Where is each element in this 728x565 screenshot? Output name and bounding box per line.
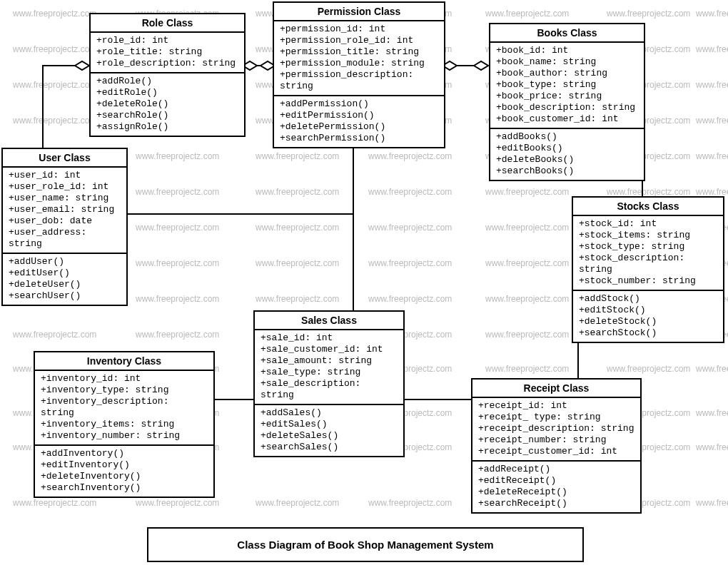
class-line: +permission_id: int (280, 24, 438, 35)
watermark-text: www.freeprojectz.com (136, 498, 219, 508)
class-line: +permission_role_id: int (280, 35, 438, 46)
watermark-text: www.freeprojectz.com (485, 9, 569, 19)
class-role: Role Class +role_id: int+role_title: str… (89, 13, 246, 137)
class-line: +inventory_description: string (41, 396, 208, 419)
class-line: +permission_module: string (280, 58, 438, 69)
watermark-text: www.freeprojectz.com (485, 364, 569, 374)
watermark-text: www.freeprojectz.com (696, 116, 728, 126)
watermark-text: www.freeprojectz.com (13, 330, 96, 340)
class-ops: +addRole()+editRole()+deleteRole()+searc… (91, 72, 244, 136)
watermark-text: www.freeprojectz.com (13, 498, 96, 508)
class-attrs: +stock_id: int+stock_items: string+stock… (573, 216, 723, 290)
class-line: +deleteUser() (9, 279, 121, 290)
watermark-text: www.freeprojectz.com (368, 294, 452, 304)
class-line: +searchReceipt() (478, 498, 635, 509)
class-line: +user_id: int (9, 170, 121, 181)
class-attrs: +inventory_id: int+inventory_type: strin… (35, 371, 213, 444)
class-line: +book_name: string (496, 56, 638, 68)
class-line: +permission_title: string (280, 46, 438, 58)
watermark-text: www.freeprojectz.com (368, 187, 452, 197)
class-ops: +addInventory()+editInventory()+deleteIn… (35, 444, 213, 497)
class-line: +role_description: string (96, 58, 238, 69)
class-line: +assignRole() (96, 121, 238, 133)
watermark-text: www.freeprojectz.com (256, 498, 339, 508)
class-ops: +addSales()+editSales()+deleteSales()+se… (255, 404, 403, 456)
class-line: +role_id: int (96, 35, 238, 46)
watermark-text: www.freeprojectz.com (696, 442, 728, 452)
class-line: +receipt_number: string (478, 434, 635, 446)
class-attrs: +role_id: int+role_title: string+role_de… (91, 33, 244, 72)
class-line: +addInventory() (41, 448, 208, 459)
class-sales: Sales Class +sale_id: int+sale_customer_… (253, 310, 405, 457)
watermark-text: www.freeprojectz.com (256, 187, 339, 197)
watermark-text: www.freeprojectz.com (485, 187, 569, 197)
watermark-text: www.freeprojectz.com (485, 223, 569, 233)
watermark-text: www.freeprojectz.com (696, 187, 728, 197)
class-line: +addBooks() (496, 131, 638, 143)
class-line: +editUser() (9, 268, 121, 279)
watermark-text: www.freeprojectz.com (136, 223, 219, 233)
class-line: +receipt_ type: string (478, 412, 635, 423)
class-line: +deleteStock() (579, 316, 717, 327)
class-line: +addSales() (261, 407, 398, 419)
watermark-text: www.freeprojectz.com (256, 258, 339, 268)
class-line: +addStock() (579, 293, 717, 305)
class-line: +editReceipt() (478, 475, 635, 487)
class-attrs: +sale_id: int+sale_customer_id: int+sale… (255, 330, 403, 404)
class-ops: +addReceipt()+editReceipt()+deleteReceip… (472, 460, 640, 512)
class-line: +searchStock() (579, 327, 717, 339)
class-line: +user_name: string (9, 193, 121, 204)
class-line: +stock_items: string (579, 230, 717, 241)
class-attrs: +permission_id: int+permission_role_id: … (274, 21, 444, 95)
class-attrs: +user_id: int+user_role_id: int+user_nam… (3, 168, 126, 253)
class-permission: Permission Class +permission_id: int+per… (273, 1, 445, 148)
class-line: +permission_description: string (280, 69, 438, 92)
class-line: +editPermission() (280, 110, 438, 121)
watermark-text: www.freeprojectz.com (607, 9, 690, 19)
class-books: Books Class +book_id: int+book_name: str… (489, 23, 645, 181)
class-line: +role_title: string (96, 46, 238, 58)
class-line: +addUser() (9, 256, 121, 268)
class-line: +inventory_id: int (41, 373, 208, 385)
class-line: +inventory_number: string (41, 430, 208, 442)
class-line: +deleteInventory() (41, 471, 208, 482)
watermark-text: www.freeprojectz.com (696, 80, 728, 90)
class-line: +editSales() (261, 419, 398, 430)
class-title: Permission Class (274, 3, 444, 21)
watermark-text: www.freeprojectz.com (13, 44, 96, 54)
watermark-text: www.freeprojectz.com (696, 498, 728, 508)
watermark-text: www.freeprojectz.com (696, 364, 728, 374)
class-line: +book_customer_id: int (496, 113, 638, 125)
class-line: +receipt_id: int (478, 400, 635, 412)
watermark-text: www.freeprojectz.com (136, 187, 219, 197)
class-inventory: Inventory Class +inventory_id: int+inven… (34, 351, 215, 498)
class-line: +stock_id: int (579, 218, 717, 230)
class-title: Stocks Class (573, 198, 723, 216)
class-line: +deleteBooks() (496, 154, 638, 166)
watermark-text: www.freeprojectz.com (368, 258, 452, 268)
watermark-text: www.freeprojectz.com (13, 9, 96, 19)
class-line: +searchRole() (96, 110, 238, 121)
class-ops: +addPermission()+editPermission()+delete… (274, 95, 444, 147)
class-line: +book_description: string (496, 102, 638, 113)
svg-marker-6 (75, 61, 89, 70)
class-line: +deletePermission() (280, 121, 438, 133)
class-line: +book_price: string (496, 91, 638, 102)
watermark-text: www.freeprojectz.com (256, 294, 339, 304)
watermark-text: www.freeprojectz.com (136, 330, 219, 340)
class-line: +sale_description: string (261, 378, 398, 401)
class-line: +editBooks() (496, 143, 638, 154)
class-line: +searchInventory() (41, 482, 208, 494)
class-title: User Class (3, 149, 126, 168)
class-line: +deleteReceipt() (478, 487, 635, 498)
watermark-text: www.freeprojectz.com (607, 187, 690, 197)
class-title: Receipt Class (472, 380, 640, 398)
svg-marker-5 (474, 61, 488, 70)
class-user: User Class +user_id: int+user_role_id: i… (1, 148, 128, 306)
watermark-text: www.freeprojectz.com (368, 223, 452, 233)
watermark-text: www.freeprojectz.com (136, 151, 219, 161)
class-line: +searchSales() (261, 442, 398, 453)
watermark-text: www.freeprojectz.com (485, 330, 569, 340)
class-line: +user_role_id: int (9, 181, 121, 193)
class-title: Sales Class (255, 312, 403, 330)
